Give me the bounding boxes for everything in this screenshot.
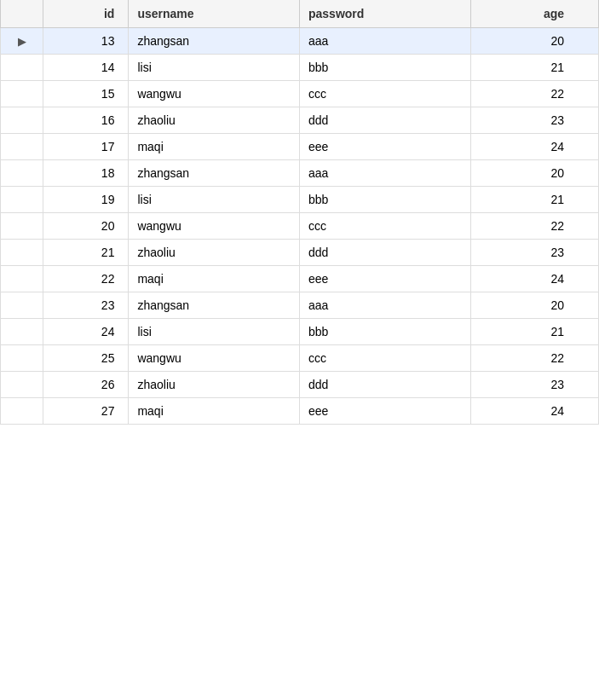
table-row[interactable]: 14lisibbb21 <box>1 55 599 81</box>
data-table: id username password age ▶13zhangsanaaa2… <box>0 0 599 425</box>
cell-age: 23 <box>470 372 598 398</box>
table-row[interactable]: ▶13zhangsanaaa20 <box>1 28 599 55</box>
cell-id: 25 <box>43 345 129 372</box>
row-indicator <box>1 107 43 134</box>
row-indicator <box>1 240 43 266</box>
cell-password: eee <box>299 266 470 292</box>
cell-password: bbb <box>299 55 470 81</box>
cell-username: zhaoliu <box>129 372 300 398</box>
cell-password: bbb <box>299 187 470 213</box>
table-row[interactable]: 16zhaoliuddd23 <box>1 107 599 134</box>
cell-username: zhangsan <box>129 292 300 319</box>
row-indicator <box>1 81 43 107</box>
cell-id: 17 <box>43 134 129 160</box>
row-indicator <box>1 372 43 398</box>
row-indicator <box>1 213 43 240</box>
cell-id: 21 <box>43 240 129 266</box>
cell-username: maqi <box>129 398 300 425</box>
row-indicator <box>1 134 43 160</box>
cell-id: 14 <box>43 55 129 81</box>
cell-password: bbb <box>299 319 470 345</box>
cell-username: zhangsan <box>129 28 300 55</box>
row-indicator <box>1 398 43 425</box>
cell-password: ccc <box>299 81 470 107</box>
table-container: id username password age ▶13zhangsanaaa2… <box>0 0 599 700</box>
th-password[interactable]: password <box>299 0 470 28</box>
cell-password: ddd <box>299 372 470 398</box>
cell-password: ccc <box>299 345 470 372</box>
row-indicator <box>1 266 43 292</box>
cell-id: 19 <box>43 187 129 213</box>
row-indicator <box>1 187 43 213</box>
cell-username: lisi <box>129 187 300 213</box>
cell-id: 20 <box>43 213 129 240</box>
cell-username: maqi <box>129 266 300 292</box>
cell-username: lisi <box>129 55 300 81</box>
cell-id: 26 <box>43 372 129 398</box>
cell-id: 23 <box>43 292 129 319</box>
cell-username: wangwu <box>129 81 300 107</box>
cell-age: 21 <box>470 187 598 213</box>
cell-age: 20 <box>470 292 598 319</box>
cell-id: 27 <box>43 398 129 425</box>
cell-password: eee <box>299 398 470 425</box>
cell-age: 23 <box>470 240 598 266</box>
cell-age: 24 <box>470 134 598 160</box>
cell-username: maqi <box>129 134 300 160</box>
table-row[interactable]: 24lisibbb21 <box>1 319 599 345</box>
cell-age: 22 <box>470 345 598 372</box>
row-indicator: ▶ <box>1 28 43 55</box>
table-row[interactable]: 22maqieee24 <box>1 266 599 292</box>
table-row[interactable]: 21zhaoliuddd23 <box>1 240 599 266</box>
row-indicator <box>1 319 43 345</box>
cell-password: ddd <box>299 240 470 266</box>
cell-id: 18 <box>43 160 129 187</box>
cell-username: zhaoliu <box>129 240 300 266</box>
table-row[interactable]: 20wangwuccc22 <box>1 213 599 240</box>
cell-age: 21 <box>470 55 598 81</box>
cell-age: 24 <box>470 266 598 292</box>
cell-id: 13 <box>43 28 129 55</box>
cell-age: 20 <box>470 28 598 55</box>
cell-username: wangwu <box>129 345 300 372</box>
cell-age: 20 <box>470 160 598 187</box>
row-indicator <box>1 292 43 319</box>
row-indicator <box>1 55 43 81</box>
table-row[interactable]: 17maqieee24 <box>1 134 599 160</box>
table-row[interactable]: 26zhaoliuddd23 <box>1 372 599 398</box>
cell-id: 22 <box>43 266 129 292</box>
table-row[interactable]: 15wangwuccc22 <box>1 81 599 107</box>
table-row[interactable]: 27maqieee24 <box>1 398 599 425</box>
cell-password: aaa <box>299 28 470 55</box>
cell-password: ddd <box>299 107 470 134</box>
cell-age: 23 <box>470 107 598 134</box>
cell-username: wangwu <box>129 213 300 240</box>
row-indicator <box>1 160 43 187</box>
cell-id: 24 <box>43 319 129 345</box>
cell-age: 22 <box>470 81 598 107</box>
row-indicator <box>1 345 43 372</box>
cell-id: 16 <box>43 107 129 134</box>
cell-password: ccc <box>299 213 470 240</box>
cell-password: aaa <box>299 292 470 319</box>
table-row[interactable]: 19lisibbb21 <box>1 187 599 213</box>
table-row[interactable]: 25wangwuccc22 <box>1 345 599 372</box>
th-id[interactable]: id <box>43 0 129 28</box>
cell-password: aaa <box>299 160 470 187</box>
cell-username: lisi <box>129 319 300 345</box>
cell-age: 24 <box>470 398 598 425</box>
th-username[interactable]: username <box>129 0 300 28</box>
cell-username: zhangsan <box>129 160 300 187</box>
th-indicator <box>1 0 43 28</box>
cell-id: 15 <box>43 81 129 107</box>
cell-age: 21 <box>470 319 598 345</box>
cell-username: zhaoliu <box>129 107 300 134</box>
cell-age: 22 <box>470 213 598 240</box>
table-row[interactable]: 18zhangsanaaa20 <box>1 160 599 187</box>
table-row[interactable]: 23zhangsanaaa20 <box>1 292 599 319</box>
th-age[interactable]: age <box>470 0 598 28</box>
cell-password: eee <box>299 134 470 160</box>
